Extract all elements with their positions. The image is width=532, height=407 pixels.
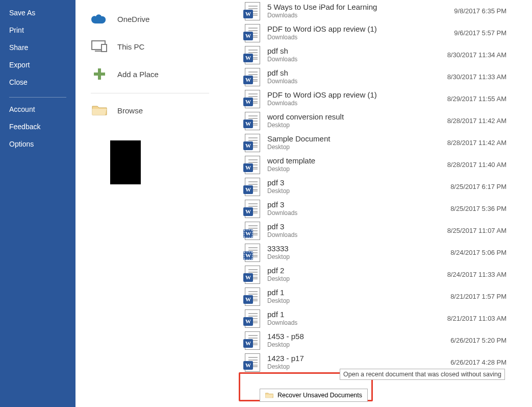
browse-folder-icon xyxy=(91,103,108,118)
file-timestamp: 6/26/2017 5:20 PM xyxy=(450,337,506,344)
word-doc-icon: W xyxy=(245,244,260,262)
svg-rect-1 xyxy=(95,51,102,52)
file-timestamp: 8/21/2017 1:57 PM xyxy=(450,293,506,300)
sidebar-item-print[interactable]: Print xyxy=(0,21,75,39)
backstage-sidebar: Save As Print Share Export Close Account… xyxy=(0,0,75,407)
file-timestamp: 8/21/2017 11:03 AM xyxy=(447,315,506,322)
word-doc-icon: W xyxy=(245,112,260,130)
word-doc-icon: W xyxy=(245,353,260,372)
place-label: Browse xyxy=(117,106,143,115)
sidebar-item-feedback[interactable]: Feedback xyxy=(0,118,75,135)
word-doc-icon: W xyxy=(245,331,260,350)
place-label: This PC xyxy=(117,42,144,51)
place-browse[interactable]: Browse xyxy=(75,97,224,124)
file-location: Desktop xyxy=(267,342,450,349)
file-text: word conversion resultDesktop xyxy=(267,112,447,129)
file-text: pdf 3Downloads xyxy=(267,222,447,238)
recent-file[interactable]: Wpdf 1Downloads8/21/2017 11:03 AM xyxy=(224,307,532,329)
svg-rect-2 xyxy=(102,44,107,52)
file-location: Desktop xyxy=(267,276,447,283)
recent-file[interactable]: Wpdf shDownloads8/30/2017 11:34 AM xyxy=(224,44,532,66)
sidebar-item-account[interactable]: Account xyxy=(0,101,75,118)
recent-files-list: W5 Ways to Use iPad for LearningDownload… xyxy=(224,0,532,372)
place-add[interactable]: Add a Place xyxy=(75,60,224,88)
onedrive-icon xyxy=(91,11,108,27)
word-doc-icon: W xyxy=(245,266,260,284)
sidebar-item-close[interactable]: Close xyxy=(0,74,75,91)
recent-file[interactable]: WPDF to Word iOS app review (1)Downloads… xyxy=(224,22,532,44)
recent-file[interactable]: W5 Ways to Use iPad for LearningDownload… xyxy=(224,0,532,22)
file-location: Desktop xyxy=(267,166,447,173)
file-text: pdf shDownloads xyxy=(267,46,447,63)
file-timestamp: 6/26/2017 4:28 PM xyxy=(450,358,506,366)
file-name: PDF to Word iOS app review (1) xyxy=(267,90,447,99)
file-location: Downloads xyxy=(267,78,447,85)
file-text: 1453 - p58Desktop xyxy=(267,332,450,348)
sidebar-item-options[interactable]: Options xyxy=(0,135,75,153)
file-name: pdf 3 xyxy=(267,222,447,231)
recover-tooltip: Open a recent document that was closed w… xyxy=(340,369,505,380)
file-name: word conversion result xyxy=(267,112,447,121)
recent-file[interactable]: Wpdf 2Desktop8/24/2017 11:33 AM xyxy=(224,264,532,285)
sidebar-item-share[interactable]: Share xyxy=(0,39,75,56)
recent-file[interactable]: WPDF to Word iOS app review (1)Downloads… xyxy=(224,88,532,110)
file-text: pdf 1Desktop xyxy=(267,288,450,304)
file-timestamp: 8/28/2017 11:42 AM xyxy=(447,139,506,147)
recent-file[interactable]: W33333Desktop8/24/2017 5:06 PM xyxy=(224,242,532,264)
recover-button-label: Recover Unsaved Documents xyxy=(277,392,362,399)
file-location: Downloads xyxy=(267,210,450,217)
file-text: pdf 2Desktop xyxy=(267,266,447,282)
file-timestamp: 8/28/2017 11:40 AM xyxy=(447,161,506,169)
place-this-pc[interactable]: This PC xyxy=(75,33,224,60)
recent-file[interactable]: Wpdf 3Downloads8/25/2017 5:36 PM xyxy=(224,198,532,220)
recent-file[interactable]: Wword templateDesktop8/28/2017 11:40 AM xyxy=(224,154,532,176)
file-timestamp: 8/28/2017 11:42 AM xyxy=(447,117,506,125)
file-timestamp: 8/24/2017 11:33 AM xyxy=(447,271,506,278)
file-timestamp: 9/6/2017 5:57 PM xyxy=(454,29,506,37)
place-label: Add a Place xyxy=(117,70,159,79)
file-name: pdf 3 xyxy=(267,178,450,187)
file-name: word template xyxy=(267,156,447,165)
recent-file[interactable]: Wpdf 3Downloads8/25/2017 11:07 AM xyxy=(224,220,532,242)
file-text: pdf 3Desktop xyxy=(267,178,450,195)
word-doc-icon: W xyxy=(245,90,260,108)
file-name: pdf 1 xyxy=(267,288,450,297)
recent-file[interactable]: WSample DocumentDesktop8/28/2017 11:42 A… xyxy=(224,132,532,154)
recent-file[interactable]: Wword conversion resultDesktop8/28/2017 … xyxy=(224,110,532,132)
word-doc-icon: W xyxy=(245,24,260,42)
place-label: OneDrive xyxy=(117,15,149,23)
recent-file[interactable]: Wpdf 1Desktop8/21/2017 1:57 PM xyxy=(224,285,532,307)
word-doc-icon: W xyxy=(245,178,260,196)
word-doc-icon: W xyxy=(245,134,260,152)
word-doc-icon: W xyxy=(245,288,260,306)
recent-file[interactable]: Wpdf 3Desktop8/25/2017 6:17 PM xyxy=(224,176,532,198)
file-location: Desktop xyxy=(267,298,450,305)
file-location: Downloads xyxy=(267,12,454,19)
word-doc-icon: W xyxy=(245,46,260,64)
recover-unsaved-button[interactable]: Recover Unsaved Documents xyxy=(260,389,368,402)
file-name: Sample Document xyxy=(267,134,447,143)
file-timestamp: 8/24/2017 5:06 PM xyxy=(450,249,506,256)
sidebar-item-export[interactable]: Export xyxy=(0,56,75,74)
file-text: 33333Desktop xyxy=(267,244,450,260)
file-name: pdf 3 xyxy=(267,200,450,209)
word-doc-icon: W xyxy=(245,156,260,174)
recent-file[interactable]: W1453 - p58Desktop6/26/2017 5:20 PM xyxy=(224,329,532,351)
place-onedrive[interactable]: OneDrive xyxy=(75,5,224,33)
file-location: Downloads xyxy=(267,232,447,239)
sidebar-item-save-as[interactable]: Save As xyxy=(0,4,75,21)
folder-icon xyxy=(265,392,273,399)
file-location: Downloads xyxy=(267,56,447,63)
file-text: word templateDesktop xyxy=(267,156,447,173)
file-name: 1453 - p58 xyxy=(267,332,450,341)
file-name: pdf 2 xyxy=(267,266,447,275)
recent-file[interactable]: Wpdf shDownloads8/30/2017 11:33 AM xyxy=(224,66,532,88)
file-text: PDF to Word iOS app review (1)Downloads xyxy=(267,25,454,41)
file-name: PDF to Word iOS app review (1) xyxy=(267,25,454,33)
file-text: PDF to Word iOS app review (1)Downloads xyxy=(267,90,447,107)
file-text: pdf 3Downloads xyxy=(267,200,450,217)
places-column: OneDrive This PC Add a Place Browse xyxy=(75,0,224,407)
recent-files-pane: W5 Ways to Use iPad for LearningDownload… xyxy=(224,0,532,407)
word-doc-icon: W xyxy=(245,222,260,240)
add-place-icon xyxy=(91,66,108,82)
